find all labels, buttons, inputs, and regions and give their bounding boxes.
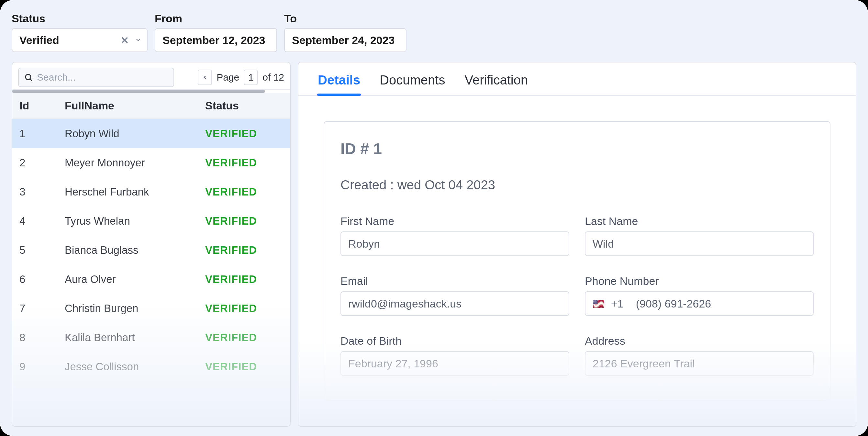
- filter-bar: Status Verified ✕ From September 12, 202…: [0, 0, 868, 62]
- search-icon: [24, 73, 33, 82]
- dob-label: Date of Birth: [340, 335, 569, 347]
- page-number[interactable]: 1: [244, 70, 258, 85]
- from-filter-group: From September 12, 2023: [155, 12, 277, 52]
- to-date-input[interactable]: September 24, 2023: [284, 28, 406, 52]
- chevron-down-icon[interactable]: [133, 33, 144, 48]
- cell-status: VERIFIED: [205, 361, 283, 373]
- status-filter-group: Status Verified ✕: [12, 12, 148, 52]
- field-last-name: Last Name Wild: [585, 215, 814, 256]
- search-box[interactable]: [18, 68, 174, 87]
- field-address: Address 2126 Evergreen Trail: [585, 335, 814, 376]
- search-input[interactable]: [37, 72, 168, 83]
- prev-page-button[interactable]: [198, 70, 212, 85]
- to-date-value: September 24, 2023: [292, 34, 395, 46]
- last-name-input[interactable]: Wild: [585, 231, 814, 256]
- status-select-controls: ✕: [119, 33, 144, 48]
- list-panel: Page 1 of 12 Id FullName Status 1 Robyn …: [12, 62, 291, 427]
- tab-documents[interactable]: Documents: [379, 70, 446, 95]
- cell-name: Robyn Wild: [65, 127, 205, 140]
- svg-line-1: [30, 79, 32, 81]
- cell-status: VERIFIED: [205, 215, 283, 227]
- cell-status: VERIFIED: [205, 244, 283, 256]
- pager: Page 1 of 12: [198, 70, 284, 85]
- cell-id: 3: [20, 186, 65, 198]
- horizontal-scrollbar[interactable]: [12, 90, 290, 93]
- status-filter-label: Status: [12, 12, 148, 25]
- cell-name: Tyrus Whelan: [65, 215, 205, 227]
- tab-verification[interactable]: Verification: [464, 70, 528, 95]
- dob-input[interactable]: February 27, 1996: [340, 351, 569, 376]
- detail-wrap: ID # 1 Created : wed Oct 04 2023 First N…: [299, 96, 856, 426]
- cell-id: 2: [20, 157, 65, 169]
- table-row[interactable]: 8 Kalila Bernhart VERIFIED: [12, 323, 290, 352]
- scrollbar-thumb[interactable]: [12, 90, 265, 93]
- cell-status: VERIFIED: [205, 302, 283, 315]
- cell-id: 8: [20, 332, 65, 344]
- email-value: rwild0@imageshack.us: [348, 298, 462, 310]
- from-date-input[interactable]: September 12, 2023: [155, 28, 277, 52]
- cell-id: 6: [20, 273, 65, 285]
- page-label: Page: [217, 72, 239, 83]
- main-content: Page 1 of 12 Id FullName Status 1 Robyn …: [0, 62, 868, 427]
- clear-icon[interactable]: ✕: [119, 33, 131, 48]
- last-name-value: Wild: [593, 238, 614, 250]
- field-email: Email rwild0@imageshack.us: [340, 275, 569, 316]
- email-input[interactable]: rwild0@imageshack.us: [340, 291, 569, 316]
- from-date-value: September 12, 2023: [162, 34, 266, 46]
- cell-name: Meyer Monnoyer: [65, 157, 205, 169]
- table-body: 1 Robyn Wild VERIFIED 2 Meyer Monnoyer V…: [12, 119, 290, 426]
- table-row[interactable]: 7 Christin Burgen VERIFIED: [12, 294, 290, 323]
- table-row[interactable]: 9 Jesse Collisson VERIFIED: [12, 352, 290, 381]
- phone-label: Phone Number: [585, 275, 814, 287]
- detail-created: Created : wed Oct 04 2023: [340, 178, 814, 192]
- table-row[interactable]: 3 Herschel Furbank VERIFIED: [12, 177, 290, 207]
- cell-name: Bianca Buglass: [65, 244, 205, 256]
- table-row[interactable]: 4 Tyrus Whelan VERIFIED: [12, 207, 290, 236]
- address-input[interactable]: 2126 Evergreen Trail: [585, 351, 814, 376]
- first-name-input[interactable]: Robyn: [340, 231, 569, 256]
- app-window: Status Verified ✕ From September 12, 202…: [0, 0, 868, 436]
- col-id[interactable]: Id: [20, 99, 65, 112]
- status-select-value: Verified: [20, 34, 59, 46]
- cell-id: 5: [20, 244, 65, 256]
- field-first-name: First Name Robyn: [340, 215, 569, 256]
- cell-id: 4: [20, 215, 65, 227]
- tab-details[interactable]: Details: [317, 70, 361, 95]
- form-grid: First Name Robyn Last Name Wild Email rw…: [340, 215, 814, 376]
- col-fullname[interactable]: FullName: [65, 99, 205, 112]
- field-phone: Phone Number 🇺🇸 +1 (908) 691-2626: [585, 275, 814, 316]
- table-row[interactable]: 5 Bianca Buglass VERIFIED: [12, 236, 290, 265]
- to-filter-label: To: [284, 12, 406, 25]
- status-select[interactable]: Verified ✕: [12, 28, 148, 52]
- first-name-label: First Name: [340, 215, 569, 227]
- detail-panel: Details Documents Verification ID # 1 Cr…: [298, 62, 856, 427]
- phone-value: (908) 691-2626: [636, 298, 711, 310]
- field-dob: Date of Birth February 27, 1996: [340, 335, 569, 376]
- tabs: Details Documents Verification: [299, 62, 856, 96]
- cell-name: Herschel Furbank: [65, 186, 205, 198]
- last-name-label: Last Name: [585, 215, 814, 227]
- svg-point-0: [26, 74, 31, 80]
- cell-name: Christin Burgen: [65, 302, 205, 315]
- table-row[interactable]: 2 Meyer Monnoyer VERIFIED: [12, 148, 290, 177]
- to-filter-group: To September 24, 2023: [284, 12, 406, 52]
- phone-input[interactable]: 🇺🇸 +1 (908) 691-2626: [585, 291, 814, 316]
- from-filter-label: From: [155, 12, 277, 25]
- list-toolbar: Page 1 of 12: [12, 62, 290, 90]
- cell-status: VERIFIED: [205, 332, 283, 344]
- cell-id: 9: [20, 361, 65, 373]
- cell-status: VERIFIED: [205, 186, 283, 198]
- phone-country-code: +1: [611, 298, 624, 310]
- table-row[interactable]: 6 Aura Olver VERIFIED: [12, 265, 290, 294]
- page-total: of 12: [262, 72, 284, 83]
- dob-value: February 27, 1996: [348, 357, 438, 370]
- detail-card: ID # 1 Created : wed Oct 04 2023 First N…: [323, 121, 831, 401]
- cell-id: 1: [20, 127, 65, 140]
- table-header: Id FullName Status: [12, 93, 290, 119]
- table-row[interactable]: 1 Robyn Wild VERIFIED: [12, 119, 290, 148]
- first-name-value: Robyn: [348, 238, 380, 250]
- address-label: Address: [585, 335, 814, 347]
- address-value: 2126 Evergreen Trail: [593, 357, 695, 370]
- col-status[interactable]: Status: [205, 99, 283, 112]
- cell-status: VERIFIED: [205, 157, 283, 169]
